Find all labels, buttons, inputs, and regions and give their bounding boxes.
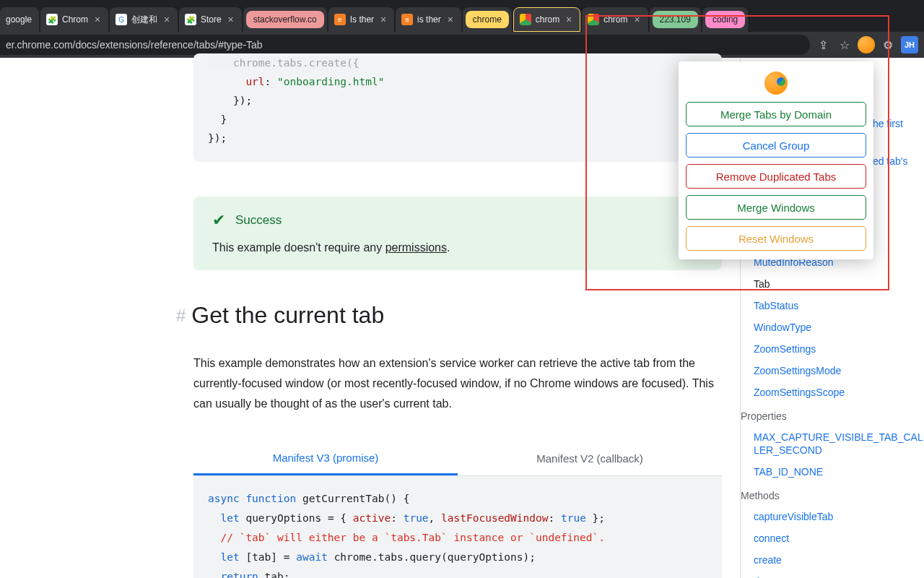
tab-label: is ther bbox=[417, 14, 441, 25]
reset-windows-button[interactable]: Reset Windows bbox=[686, 226, 866, 251]
tab-group-chrome[interactable]: chrome bbox=[463, 7, 512, 32]
close-icon[interactable]: × bbox=[564, 14, 574, 25]
webstore-icon: 🧩 bbox=[185, 14, 196, 25]
tab-chrome-active[interactable]: chrom × bbox=[513, 7, 580, 32]
toc-prop-tabidnone[interactable]: TAB_ID_NONE bbox=[741, 461, 924, 483]
toc-method-create[interactable]: create bbox=[741, 549, 924, 571]
toc-method-detectlanguage[interactable]: detectLanguage bbox=[741, 571, 924, 578]
extension-popup: Merge Tabs by Domain Cancel Group Remove… bbox=[679, 61, 873, 259]
toc-type-tabstatus[interactable]: TabStatus bbox=[741, 295, 924, 316]
success-body: This example doesn't require any permiss… bbox=[212, 241, 703, 254]
toc-type-zoomsettingsmode[interactable]: ZoomSettingsMode bbox=[741, 360, 924, 381]
extension-logo-icon bbox=[764, 72, 788, 95]
tab-chrome-2[interactable]: chrom × bbox=[582, 7, 648, 32]
section-heading: # Get the current tab bbox=[193, 302, 722, 329]
tab-label: 创建和 bbox=[131, 14, 157, 26]
article: chrome.tabs.create({ url: "onboarding.ht… bbox=[193, 53, 722, 578]
stackoverflow-icon: ≡ bbox=[334, 14, 346, 25]
extensions-menu-icon[interactable]: ⚙ bbox=[879, 36, 897, 53]
main-column: chrome.tabs.create({ url: "onboarding.ht… bbox=[0, 58, 740, 578]
close-icon[interactable]: × bbox=[445, 14, 456, 25]
tab-so-2[interactable]: ≡ is ther × bbox=[396, 7, 461, 32]
code-block-onboarding: chrome.tabs.create({ url: "onboarding.ht… bbox=[193, 53, 722, 162]
stackoverflow-icon: ≡ bbox=[401, 14, 413, 25]
tab-label: chrom bbox=[603, 14, 627, 25]
tab-group-stackoverflow[interactable]: stackoverflow.co bbox=[243, 7, 327, 32]
tab-label: chrom bbox=[536, 14, 559, 25]
success-note: ✔ Success This example doesn't require a… bbox=[193, 197, 722, 270]
chrome-icon bbox=[520, 14, 531, 25]
tab-label: Chrom bbox=[62, 14, 88, 25]
toc-type-zoomsettingsscope[interactable]: ZoomSettingsScope bbox=[741, 381, 924, 403]
toc-header-properties: Properties bbox=[741, 403, 924, 426]
tab-manifest-v3[interactable]: Manifest V3 (promise) bbox=[193, 441, 458, 475]
tab-google[interactable]: google bbox=[0, 7, 39, 32]
google-icon: G bbox=[116, 14, 127, 25]
url-text: er.chrome.com/docs/extensions/reference/… bbox=[6, 39, 263, 51]
group-pill[interactable]: stackoverflow.co bbox=[246, 11, 324, 28]
profile-avatar[interactable]: JH bbox=[901, 36, 918, 53]
success-title: Success bbox=[235, 213, 282, 228]
extension-icon[interactable] bbox=[858, 36, 875, 53]
group-pill[interactable]: coding bbox=[705, 11, 745, 28]
close-icon[interactable]: × bbox=[378, 14, 388, 25]
tab-label: Store bbox=[201, 14, 222, 25]
remove-duplicated-tabs-button[interactable]: Remove Duplicated Tabs bbox=[686, 164, 866, 189]
close-icon[interactable]: × bbox=[632, 14, 642, 25]
bookmark-icon[interactable]: ☆ bbox=[836, 36, 853, 53]
toc-type-windowtype[interactable]: WindowType bbox=[741, 316, 924, 338]
tab-group-coding[interactable]: coding bbox=[702, 7, 748, 32]
close-icon[interactable]: × bbox=[226, 14, 236, 25]
share-icon[interactable]: ⇪ bbox=[814, 36, 832, 53]
toc-type-zoomsettings[interactable]: ZoomSettings bbox=[741, 338, 924, 360]
toc-method-capture[interactable]: captureVisibleTab bbox=[741, 506, 924, 527]
section-paragraph: This example demonstrates how an extensi… bbox=[193, 353, 722, 414]
close-icon[interactable]: × bbox=[92, 14, 103, 25]
browser-tab-strip: google 🧩 Chrom × G 创建和 × 🧩 Store × stack… bbox=[0, 0, 924, 32]
toc-prop-maxcapture[interactable]: MAX_CAPTURE_VISIBLE_TAB_CALLER_SECOND bbox=[741, 426, 924, 461]
tab-label: google bbox=[6, 14, 33, 25]
tab-cn[interactable]: G 创建和 × bbox=[110, 7, 178, 32]
toc-method-connect[interactable]: connect bbox=[741, 527, 924, 549]
group-pill[interactable]: chrome bbox=[466, 11, 509, 28]
merge-windows-button[interactable]: Merge Windows bbox=[686, 195, 866, 220]
check-icon: ✔ bbox=[212, 212, 225, 228]
cancel-group-button[interactable]: Cancel Group bbox=[686, 133, 866, 158]
permissions-link[interactable]: permissions bbox=[385, 241, 447, 254]
url-field[interactable]: er.chrome.com/docs/extensions/reference/… bbox=[0, 35, 810, 55]
webstore-icon: 🧩 bbox=[46, 14, 58, 25]
tab-store[interactable]: 🧩 Store × bbox=[179, 7, 242, 32]
close-icon[interactable]: × bbox=[162, 14, 172, 25]
toc-header-methods: Methods bbox=[741, 483, 924, 506]
tab-manifest-v2[interactable]: Manifest V2 (callback) bbox=[458, 441, 722, 475]
code-block-getcurrenttab: async function getCurrentTab() { let que… bbox=[193, 476, 722, 578]
tab-group-ip[interactable]: 223.109 bbox=[650, 7, 701, 32]
anchor-hash-icon[interactable]: # bbox=[176, 306, 186, 326]
merge-tabs-by-domain-button[interactable]: Merge Tabs by Domain bbox=[686, 102, 866, 126]
tab-label: Is ther bbox=[350, 14, 374, 25]
tab-so-1[interactable]: ≡ Is ther × bbox=[328, 7, 394, 32]
code-tabs: Manifest V3 (promise) Manifest V2 (callb… bbox=[193, 441, 722, 476]
tab-chrome-ws-1[interactable]: 🧩 Chrom × bbox=[40, 7, 108, 32]
chrome-icon bbox=[588, 14, 599, 25]
toc-type-tab[interactable]: Tab bbox=[741, 273, 924, 295]
group-pill[interactable]: 223.109 bbox=[653, 11, 698, 28]
